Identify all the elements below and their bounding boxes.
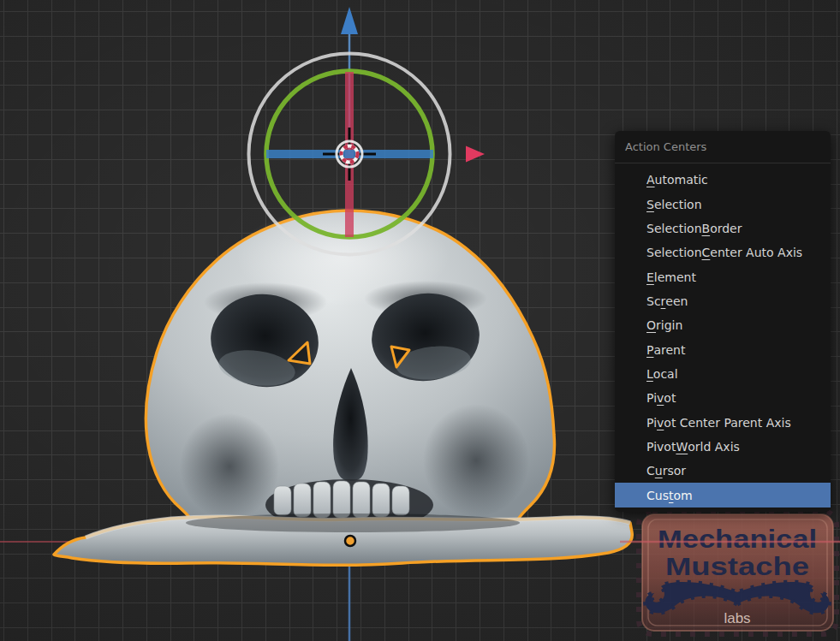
blender-viewport-window: Mechanical Mustache labs Action Centers …: [0, 0, 840, 641]
menu-item-pivot-center-parent-axis[interactable]: Pivot Center Parent Axis: [615, 410, 831, 434]
menu-item-local[interactable]: Local: [615, 362, 831, 386]
left-cheek-shadow: [180, 413, 279, 519]
menu-item-list: Automatic Selection Selection Border Sel…: [615, 163, 831, 507]
right-cheek-shadow: [423, 404, 529, 517]
menu-item-parent[interactable]: Parent: [615, 337, 831, 361]
menu-item-cursor[interactable]: Cursor: [615, 459, 831, 483]
rotate-gizmo-blue-ring-edge[interactable]: [266, 150, 433, 158]
menu-item-custom[interactable]: Custom: [615, 483, 831, 507]
skull-contact-shadow: [186, 513, 520, 532]
menu-item-automatic[interactable]: Automatic: [615, 168, 831, 192]
logo-text-line1: Mechanical: [658, 525, 817, 553]
menu-item-pivot-world-axis[interactable]: Pivot World Axis: [615, 435, 831, 459]
object-origin-dot[interactable]: [345, 536, 355, 546]
watermark-logo: Mechanical Mustache labs: [639, 511, 837, 634]
axis-z-arrow-icon[interactable]: [341, 7, 358, 34]
logo-text-line3: labs: [724, 610, 750, 626]
menu-item-selection-border[interactable]: Selection Border: [615, 217, 831, 240]
base-plate-model[interactable]: [54, 513, 632, 565]
menu-item-pivot[interactable]: Pivot: [615, 386, 831, 410]
logo-text-line2: Mustache: [665, 552, 809, 580]
menu-title: Action Centers: [615, 131, 831, 163]
axis-x-arrow-icon[interactable]: [466, 146, 485, 163]
menu-item-selection[interactable]: Selection: [615, 192, 831, 216]
teeth-row: [274, 481, 409, 518]
menu-item-element[interactable]: Element: [615, 264, 831, 288]
menu-item-selection-center-auto-axis[interactable]: Selection Center Auto Axis: [615, 240, 831, 264]
action-centers-menu: Action Centers Automatic Selection Selec…: [615, 131, 831, 512]
menu-item-origin[interactable]: Origin: [615, 313, 831, 337]
menu-item-screen[interactable]: Screen: [615, 289, 831, 313]
